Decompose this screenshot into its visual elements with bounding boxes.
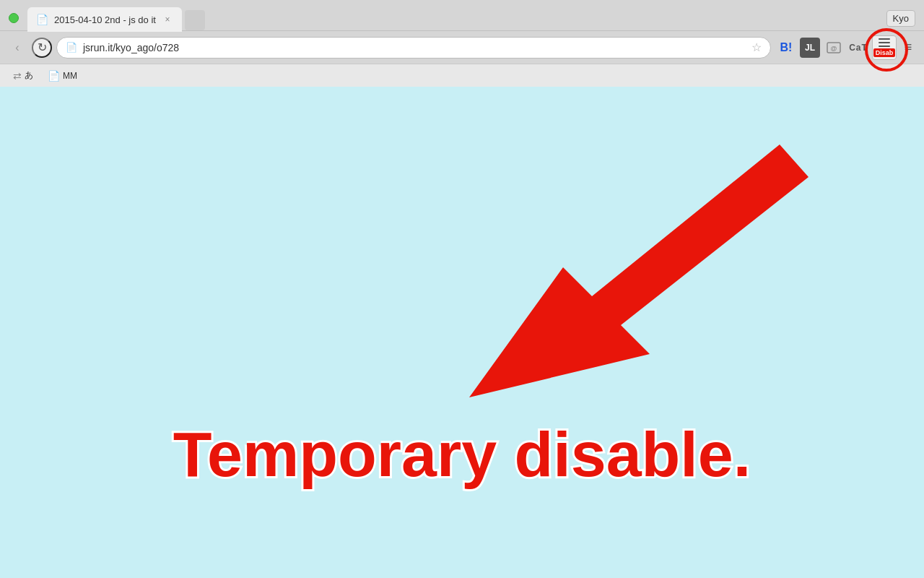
tab-page-icon: 📄 bbox=[36, 14, 48, 25]
browser-menu-button[interactable]: ≡ bbox=[899, 38, 917, 58]
bookmark-star-icon[interactable]: ☆ bbox=[751, 40, 762, 54]
tab-bar: 📄 2015-04-10 2nd - js do it × bbox=[27, 6, 886, 30]
bookmark-page-icon: 📄 bbox=[48, 70, 60, 82]
address-page-icon: 📄 bbox=[66, 42, 77, 53]
traffic-light-green[interactable] bbox=[9, 13, 19, 23]
bookmark-label-mm: MM bbox=[63, 71, 77, 81]
disab-extension-button[interactable]: Disab bbox=[872, 35, 897, 60]
disab-line-1 bbox=[879, 38, 890, 40]
reload-button[interactable]: ↻ bbox=[32, 38, 52, 58]
disab-extension-wrapper: Disab bbox=[872, 35, 897, 60]
at-extension-button[interactable]: @ bbox=[823, 37, 845, 59]
jl-extension-button[interactable]: JL bbox=[800, 38, 820, 58]
traffic-lights bbox=[9, 13, 19, 23]
tab-close-button[interactable]: × bbox=[162, 14, 173, 25]
disab-line-2 bbox=[879, 42, 890, 43]
annotation-arrow-svg bbox=[0, 87, 924, 578]
svg-text:@: @ bbox=[831, 45, 837, 52]
page-content: Temporary disable. bbox=[0, 87, 924, 578]
main-message-text: Temporary disable. bbox=[173, 418, 751, 491]
svg-marker-3 bbox=[469, 144, 808, 397]
bookmark-item-mm[interactable]: 📄 MM bbox=[42, 69, 83, 83]
toolbar: ‹ ↻ 📄 jsrun.it/kyo_ago/o728 ☆ B! JL @ Ca… bbox=[0, 30, 924, 64]
tab-title: 2015-04-10 2nd - js do it bbox=[54, 14, 156, 25]
bookmark-label-translate: あ bbox=[25, 69, 33, 82]
bookmark-item-translate[interactable]: ⇄ あ bbox=[7, 68, 39, 83]
active-tab[interactable]: 📄 2015-04-10 2nd - js do it × bbox=[27, 7, 182, 32]
address-text: jsrun.it/kyo_ago/o728 bbox=[83, 42, 746, 53]
translate-icon: ⇄ bbox=[13, 70, 22, 82]
disab-line-3 bbox=[879, 46, 890, 47]
bookmarks-bar: ⇄ あ 📄 MM bbox=[0, 64, 924, 87]
address-bar[interactable]: 📄 jsrun.it/kyo_ago/o728 ☆ bbox=[56, 37, 771, 59]
browser-chrome: 📄 2015-04-10 2nd - js do it × Kyo ‹ ↻ 📄 … bbox=[0, 0, 924, 87]
hatebu-extension-button[interactable]: B! bbox=[775, 37, 797, 59]
back-button[interactable]: ‹ bbox=[7, 38, 27, 58]
title-bar: 📄 2015-04-10 2nd - js do it × Kyo bbox=[0, 0, 924, 30]
disab-label: Disab bbox=[873, 48, 896, 57]
new-tab-button[interactable] bbox=[185, 10, 205, 30]
extension-area: B! JL @ CaT Disab bbox=[775, 35, 917, 60]
user-label: Kyo bbox=[886, 10, 915, 27]
cat-extension-button[interactable]: CaT bbox=[847, 37, 869, 59]
disab-lines-icon bbox=[879, 38, 890, 47]
